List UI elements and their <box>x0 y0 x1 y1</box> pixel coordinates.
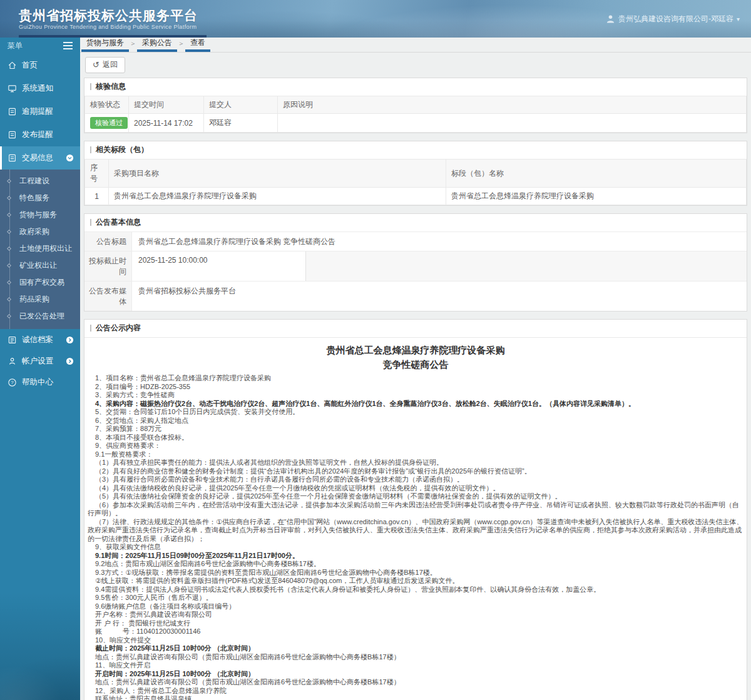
toolbar: ↺ 返回 <box>84 53 747 78</box>
announcement-paragraph: 开启时间：2025年11月25日 10时00分 （北京时间） <box>88 670 743 679</box>
diamond-bullet-icon <box>7 195 11 200</box>
back-button-label: 返回 <box>103 59 118 70</box>
submit-time-cell: 2025-11-14 17:02 <box>129 114 204 133</box>
basic-info-section: 公告基本信息 公告标题 贵州省总工会息烽温泉疗养院理疗设备采购 竞争性磋商公告 … <box>84 213 747 312</box>
lot-project-cell: 贵州省总工会息烽温泉疗养院理疗设备采购 <box>109 188 446 205</box>
announcement-paragraph: 8、本项目不接受联合体投标。 <box>88 434 743 442</box>
sidebar-subitem[interactable]: 特色服务 <box>0 190 80 206</box>
field-label: 投标截止时间 <box>84 251 132 281</box>
person-icon <box>8 357 17 366</box>
breadcrumb-item-goods-services[interactable]: 货物与服务 <box>81 38 129 52</box>
publish-media-value: 贵州省招标投标公共服务平台 <box>132 282 747 311</box>
diamond-bullet-icon <box>7 297 11 301</box>
sidebar-item-publish-reminder[interactable]: 发布提醒 <box>0 123 80 146</box>
announcement-doc-subtitle: 竞争性磋商公告 <box>88 357 743 372</box>
announcement-paragraph: 9.5售价：300元人民币（售后不退）。 <box>88 594 743 602</box>
back-button[interactable]: ↺ 返回 <box>85 57 125 73</box>
back-icon: ↺ <box>93 61 100 69</box>
announcement-section: 公告公示内容 贵州省总工会息烽温泉疗养院理疗设备采购 竞争性磋商公告 1、项目名… <box>84 319 747 700</box>
announcement-paragraph: 2、项目编号：HDZB-2025-355 <box>88 383 743 392</box>
announcement-paragraph: （7）法律、行政法规规定的其他条件：①供应商自行承诺，在“信用中国”网站（www… <box>88 518 743 544</box>
verify-info-section: 核验信息 核验状态 提交时间 提交人 原因说明 核验通过 <box>84 78 747 133</box>
sidebar-background-art <box>0 556 80 700</box>
announcement-paragraph: （4）具有依法缴纳税收的良好记录，提供2025年至今任意一个月缴纳税收的凭据或证… <box>88 484 743 493</box>
verify-section-title: 核验信息 <box>84 78 747 96</box>
announcement-paragraph: 9.3方式：①现场获取：携带报名需提供的资料至贵阳市观山湖区金阳南路6号世纪金源… <box>88 569 743 577</box>
announcement-paragraph: 12、采购人：贵州省总工会息烽温泉疗养院 <box>88 687 743 696</box>
announcement-paragraph: 9.6缴纳账户信息（备注项目名称或项目编号） <box>88 602 743 611</box>
sidebar-subitem[interactable]: 矿业权出让 <box>0 257 80 274</box>
announcement-paragraphs: 1、项目名称：贵州省总工会息烽温泉疗养院理疗设备采购2、项目编号：HDZB-20… <box>88 374 743 700</box>
breadcrumb-item-procurement-notice[interactable]: 采购公告 <box>137 38 177 52</box>
breadcrumb: 货物与服务 ＞ 采购公告 ＞ 查看 <box>80 38 751 53</box>
user-name: 贵州弘典建设咨询有限公司-邓廷容 <box>618 14 733 24</box>
diamond-bullet-icon <box>7 212 11 216</box>
breadcrumb-separator: ＞ <box>177 38 185 52</box>
announcement-paragraph: （2）具有良好的商业信誉和健全的财务会计制度：提供“合法审计机构出具的2024年… <box>88 467 743 476</box>
sidebar-item-help-center[interactable]: ? 帮助中心 <box>0 372 80 393</box>
diamond-bullet-icon <box>7 263 11 267</box>
document-icon <box>8 153 17 163</box>
hamburger-icon[interactable] <box>63 42 73 49</box>
sidebar-subitem[interactable]: 土地使用权出让 <box>0 240 80 257</box>
announcement-paragraph: 9.1一般资格要求： <box>88 450 743 459</box>
field-label: 公告标题 <box>84 232 132 251</box>
layout: 菜单 首页 系统通知 逾期提醒 发布提醒 交易信息 <box>0 38 751 700</box>
notice-title-value: 贵州省总工会息烽温泉疗养院理疗设备采购 竞争性磋商公告 <box>132 232 747 251</box>
verify-status-cell: 核验通过 <box>85 114 129 133</box>
field-row-bid-deadline: 投标截止时间 2025-11-25 10:00:00 <box>84 251 747 281</box>
announcement-paragraph: 联系地址：贵阳市息烽县温泉镇 <box>88 695 743 700</box>
announcement-paragraph: 9.1时间：2025年11月15日09时00分至2025年11月21日17时00… <box>88 552 743 561</box>
sidebar-item-label: 帮助中心 <box>22 377 53 388</box>
chevron-right-circle-icon <box>66 336 74 344</box>
brand: 贵州省招标投标公共服务平台 GuiZhou Province Tendering… <box>19 8 198 30</box>
empty-cell <box>306 251 747 281</box>
announcement-paragraph: 截止时间：2025年11月25日 10时00分 （北京时间） <box>88 644 743 653</box>
sidebar-subitem[interactable]: 药品采购 <box>0 291 80 308</box>
sidebar-item-account-settings[interactable]: 帐户设置 <box>0 350 80 372</box>
announcement-doc-title: 贵州省总工会息烽温泉疗养院理疗设备采购 <box>88 343 743 357</box>
lot-name-cell: 贵州省总工会息烽温泉疗养院理疗设备采购 <box>446 188 747 205</box>
verify-table-row: 核验通过 2025-11-14 17:02 邓廷容 <box>85 114 747 133</box>
sidebar-item-overdue-reminder[interactable]: 逾期提醒 <box>0 100 80 123</box>
user-menu[interactable]: 贵州弘典建设咨询有限公司-邓廷容 ▾ <box>606 14 740 24</box>
announcement-body: 贵州省总工会息烽温泉疗养院理疗设备采购 竞争性磋商公告 1、项目名称：贵州省总工… <box>84 337 747 700</box>
sidebar-item-label: 帐户设置 <box>22 356 53 367</box>
verify-table-header-row: 核验状态 提交时间 提交人 原因说明 <box>85 96 747 114</box>
announcement-paragraph: 11、响应文件开启 <box>88 661 743 670</box>
sidebar-item-notifications[interactable]: 系统通知 <box>0 77 80 100</box>
sidebar-subitem[interactable]: 工程建设 <box>0 173 80 190</box>
app-header: 贵州省招标投标公共服务平台 GuiZhou Province Tendering… <box>0 0 751 38</box>
announcement-paragraph: 4、采购内容：磁振热治疗仪2台、动态干扰电治疗仪2台、超声治疗仪1台、高能红外治… <box>88 400 743 408</box>
announcement-paragraph: 账 号：11040120030001146 <box>88 627 743 636</box>
sidebar-menu-header: 菜单 <box>0 38 80 54</box>
sidebar-item-label: 交易信息 <box>22 153 53 163</box>
breadcrumb-item-view[interactable]: 查看 <box>185 38 210 52</box>
col-project-name: 采购项目名称 <box>109 160 446 188</box>
sidebar-item-trade-info[interactable]: 交易信息 <box>0 146 80 170</box>
sidebar-item-credit-archive[interactable]: 诚信档案 <box>0 329 80 350</box>
field-row-publish-media: 公告发布媒体 贵州省招标投标公共服务平台 <box>84 281 747 311</box>
sidebar-subitem[interactable]: 已发公告处理 <box>0 308 80 325</box>
announcement-paragraph: 3、采购方式：竞争性磋商 <box>88 391 743 400</box>
app-subtitle: GuiZhou Province Tendering and Bidding P… <box>19 24 198 30</box>
lots-table-row: 1 贵州省总工会息烽温泉疗养院理疗设备采购 贵州省总工会息烽温泉疗养院理疗设备采… <box>85 188 747 205</box>
sidebar-subitem[interactable]: 货物与服务 <box>0 206 80 223</box>
lots-table-header-row: 序号 采购项目名称 标段（包）名称 <box>85 160 747 188</box>
sidebar-subitem[interactable]: 国有产权交易 <box>0 274 80 291</box>
col-verify-status: 核验状态 <box>85 96 129 114</box>
sidebar-item-home[interactable]: 首页 <box>0 54 80 77</box>
sidebar-subitem[interactable]: 政府采购 <box>0 223 80 240</box>
field-label: 公告发布媒体 <box>84 282 132 311</box>
announcement-paragraph: 9、供应商资格要求： <box>88 442 743 450</box>
sidebar-item-label: 系统通知 <box>22 83 53 94</box>
diamond-bullet-icon <box>7 313 11 318</box>
col-lot-name: 标段（包）名称 <box>446 160 747 188</box>
announcement-paragraph: ②线上获取：将需提供的资料盖章版扫描件(PDF格式)发送至846048079@q… <box>88 577 743 586</box>
col-submit-time: 提交时间 <box>129 96 204 114</box>
field-row-notice-title: 公告标题 贵州省总工会息烽温泉疗养院理疗设备采购 竞争性磋商公告 <box>84 231 747 251</box>
announcement-paragraph: 9、获取采购文件信息 <box>88 543 743 552</box>
page: 贵州省招标投标公共服务平台 GuiZhou Province Tendering… <box>0 0 751 700</box>
verify-table: 核验状态 提交时间 提交人 原因说明 核验通过 2025-11-14 17:02… <box>84 96 747 133</box>
main-content: 货物与服务 ＞ 采购公告 ＞ 查看 ↺ 返回 核验信息 <box>80 38 751 700</box>
